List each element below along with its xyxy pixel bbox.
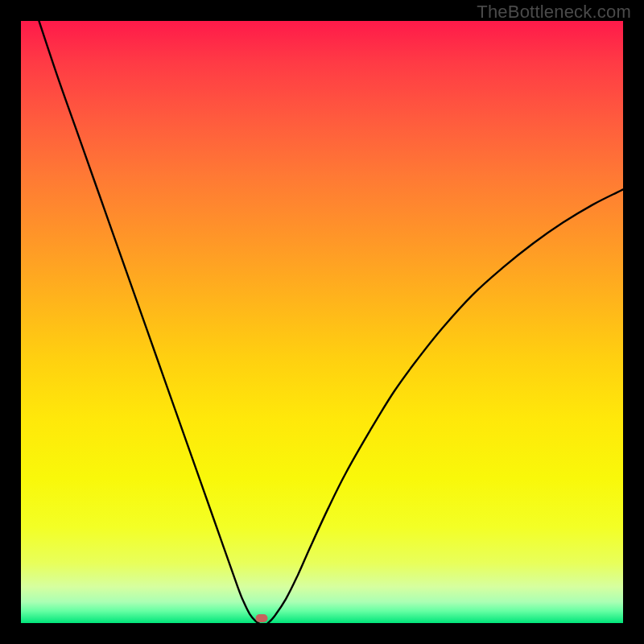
chart-frame: TheBottleneck.com <box>0 0 644 644</box>
right-branch-path <box>268 189 623 623</box>
watermark-text: TheBottleneck.com <box>477 2 631 23</box>
left-branch-path <box>39 21 258 623</box>
curve-svg <box>21 21 623 623</box>
plot-area <box>21 21 623 623</box>
bottleneck-marker <box>256 614 268 622</box>
